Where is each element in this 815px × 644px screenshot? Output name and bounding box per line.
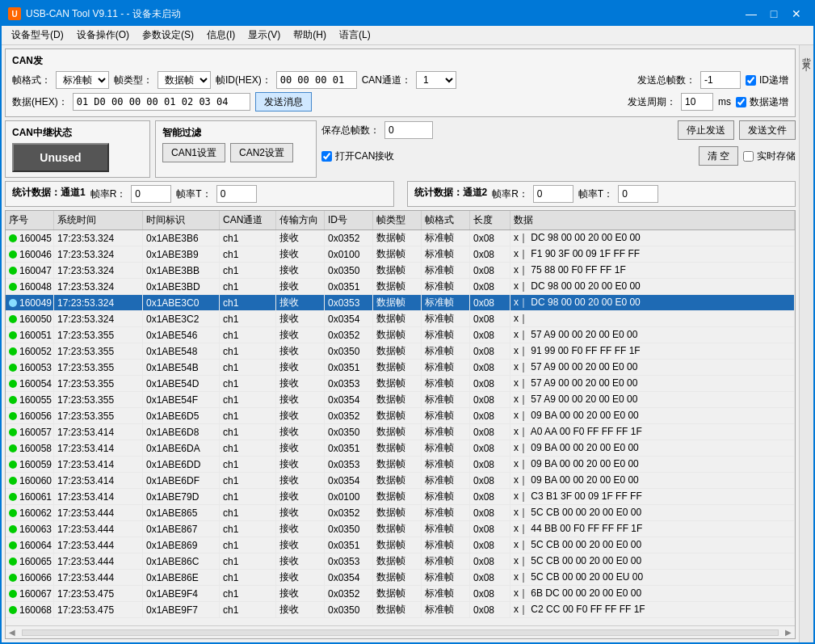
period-label: 发送周期： (628, 95, 676, 109)
save-control-area: 保存总帧数： 停止发送 发送文件 打开CAN接收 清 空 (321, 120, 796, 178)
table-row[interactable]: 16006017:23:53.4140x1ABE6DFch1接收0x0354数据… (6, 473, 795, 489)
table-row[interactable]: 16006817:23:53.4750x1ABE9F7ch1接收0x0350数据… (6, 602, 795, 618)
stats1-r-label: 帧率R： (90, 187, 127, 201)
minimize-button[interactable]: — (741, 6, 762, 22)
table-row[interactable]: 16004717:23:53.3240x1ABE3BBch1接收0x0350数据… (6, 263, 795, 279)
len-cell: 0x08 (470, 295, 510, 310)
dir-cell: 接收 (276, 392, 325, 407)
table-row[interactable]: 16005017:23:53.3240x1ABE3C2ch1接收0x0354数据… (6, 311, 795, 327)
total-count-input[interactable] (700, 71, 741, 89)
menu-params[interactable]: 参数设定(S) (136, 27, 200, 44)
stats1-t-input[interactable] (216, 185, 257, 203)
close-button[interactable]: ✕ (786, 6, 807, 22)
frame-type-cell: 数据帧 (373, 311, 422, 326)
can1-settings-btn[interactable]: CAN1设置 (162, 143, 225, 162)
menu-device-type[interactable]: 设备型号(D) (5, 27, 70, 44)
time-id-cell: 0x1ABE3C2 (143, 311, 220, 326)
table-row[interactable]: 16006717:23:53.4750x1ABE9F4ch1接收0x0352数据… (6, 586, 795, 602)
open-can-checkbox[interactable] (321, 151, 332, 162)
frame-id-input[interactable] (276, 71, 357, 89)
th-frame-fmt: 帧格式 (422, 211, 470, 229)
sys-time-cell: 17:23:53.444 (54, 554, 143, 569)
unused-button[interactable]: Unused (12, 143, 109, 172)
time-id-cell: 0x1ABE548 (143, 343, 220, 359)
channel-cell: ch1 (220, 570, 276, 585)
time-id-cell: 0x1ABE54F (143, 392, 220, 407)
dir-cell: 接收 (276, 440, 325, 456)
table-row[interactable]: 16004817:23:53.3240x1ABE3BDch1接收0x0351数据… (6, 279, 795, 295)
frame-format-select[interactable]: 标准帧 扩展帧 (56, 71, 109, 89)
stats2-t-label: 帧率T： (578, 187, 613, 201)
save-total-input[interactable] (384, 121, 433, 139)
time-id-cell: 0x1ABE54B (143, 360, 220, 375)
frame-fmt-cell: 标准帧 (422, 521, 470, 537)
frame-type-label: 帧类型： (114, 74, 153, 87)
table-row[interactable]: 16006517:23:53.4440x1ABE86Cch1接收0x0353数据… (6, 554, 795, 570)
stats2-t-input[interactable] (618, 185, 658, 203)
table-row[interactable]: 16005117:23:53.3550x1ABE546ch1接收0x0352数据… (6, 327, 795, 343)
table-row[interactable]: 16005717:23:53.4140x1ABE6D8ch1接收0x0350数据… (6, 424, 795, 440)
row-id: 160051 (19, 330, 52, 341)
realtime-store-checkbox[interactable] (743, 151, 754, 162)
period-input[interactable] (681, 93, 713, 111)
stats-section: 统计数据：通道1 帧率R： 帧率T： 统计数据：通道2 帧率R： 帧率T： (5, 181, 796, 207)
table-row[interactable]: 16006617:23:53.4440x1ABE86Ech1接收0x0354数据… (6, 570, 795, 586)
time-id-cell: 0x1ABE86E (143, 570, 220, 585)
table-row[interactable]: 16005617:23:53.3550x1ABE6D5ch1接收0x0352数据… (6, 408, 795, 424)
can2-settings-btn[interactable]: CAN2设置 (230, 143, 293, 162)
data-increment-checkbox[interactable] (736, 97, 746, 107)
row-id: 160046 (19, 249, 52, 260)
channel-select[interactable]: 1 2 (416, 71, 456, 89)
menu-display[interactable]: 显示(V) (242, 27, 287, 44)
frame-fmt-cell: 标准帧 (422, 537, 470, 553)
frame-type-cell: 数据帧 (373, 360, 422, 375)
clear-btn[interactable]: 清 空 (699, 146, 738, 166)
table-row[interactable]: 16006217:23:53.4440x1ABE865ch1接收0x0352数据… (6, 505, 795, 521)
menu-help[interactable]: 帮助(H) (287, 27, 333, 44)
table-row[interactable]: 16005217:23:53.3550x1ABE548ch1接收0x0350数据… (6, 343, 795, 360)
dir-cell: 接收 (276, 376, 325, 391)
time-id-cell: 0x1ABE86C (143, 554, 220, 569)
row-id: 160053 (19, 362, 52, 373)
frame-type-select[interactable]: 数据帧 远程帧 (158, 71, 211, 89)
send-btn[interactable]: 发送消息 (255, 92, 312, 112)
data-cell: x｜ 09 BA 00 00 20 00 E0 00 (510, 440, 795, 456)
time-id-cell: 0x1ABE867 (143, 521, 220, 537)
th-len: 长度 (470, 211, 510, 229)
frame-id-cell: 0x0354 (325, 570, 373, 585)
menu-language[interactable]: 语言(L) (333, 27, 377, 44)
sys-time-cell: 17:23:53.444 (54, 537, 143, 553)
table-row[interactable]: 16006317:23:53.4440x1ABE867ch1接收0x0350数据… (6, 521, 795, 537)
dir-cell: 接收 (276, 279, 325, 294)
menu-device-op[interactable]: 设备操作(O) (70, 27, 136, 44)
table-body[interactable]: 16004517:23:53.3240x1ABE3B6ch1接收0x0352数据… (6, 230, 795, 625)
table-row[interactable]: 16005417:23:53.3550x1ABE54Dch1接收0x0353数据… (6, 376, 795, 392)
frame-type-cell: 数据帧 (373, 602, 422, 617)
row-id-cell: 160053 (6, 360, 54, 375)
send-file-btn[interactable]: 发送文件 (739, 120, 796, 140)
table-row[interactable]: 16004517:23:53.3240x1ABE3B6ch1接收0x0352数据… (6, 230, 795, 246)
stats2-r-input[interactable] (533, 185, 573, 203)
stop-send-btn[interactable]: 停止发送 (678, 120, 734, 140)
table-row[interactable]: 16005517:23:53.3550x1ABE54Fch1接收0x0354数据… (6, 392, 795, 408)
maximize-button[interactable]: □ (763, 6, 784, 22)
row-id: 160060 (19, 475, 52, 486)
stats1-r-input[interactable] (131, 185, 171, 203)
table-row[interactable]: 16005917:23:53.4140x1ABE6DDch1接收0x0353数据… (6, 457, 795, 473)
data-input[interactable] (73, 93, 250, 111)
channel-cell: ch1 (220, 360, 276, 375)
id-increment-checkbox[interactable] (746, 75, 756, 86)
row-id: 160067 (19, 588, 52, 600)
table-row[interactable]: 16004617:23:53.3240x1ABE3B9ch1接收0x0100数据… (6, 246, 795, 263)
table-row[interactable]: 16005817:23:53.4140x1ABE6DAch1接收0x0351数据… (6, 440, 795, 457)
id-increment-row: ID递增 (746, 74, 788, 87)
table-row[interactable]: 16005317:23:53.3550x1ABE54Bch1接收0x0351数据… (6, 360, 795, 376)
table-row[interactable]: 16006117:23:53.4140x1ABE79Dch1接收0x0100数据… (6, 489, 795, 505)
menu-info[interactable]: 信息(I) (200, 27, 242, 44)
horizontal-scrollbar[interactable]: ◀ ▶ (6, 625, 795, 638)
table-row[interactable]: 16004917:23:53.3240x1ABE3C0ch1接收0x0353数据… (6, 295, 795, 311)
sys-time-cell: 17:23:53.324 (54, 263, 143, 278)
channel-cell: ch1 (220, 424, 276, 440)
table-row[interactable]: 16006417:23:53.4440x1ABE869ch1接收0x0351数据… (6, 537, 795, 554)
window-title: USB-CAN Tool V9.11 - - 设备未启动 (26, 7, 741, 21)
